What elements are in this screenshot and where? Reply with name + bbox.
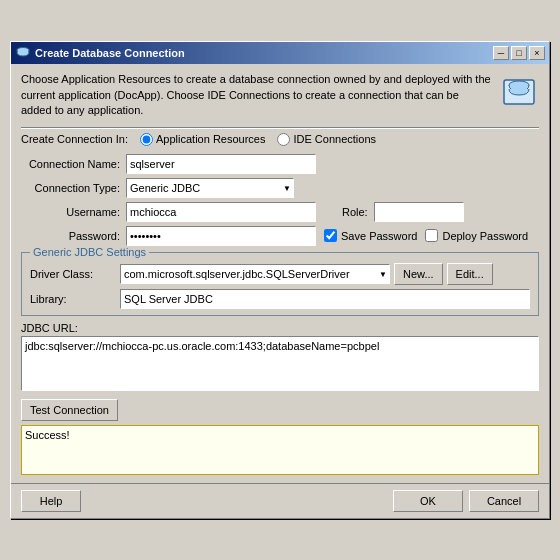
driver-class-select[interactable]: com.microsoft.sqlserver.jdbc.SQLServerDr… <box>120 264 390 284</box>
window-title: Create Database Connection <box>35 47 185 59</box>
jdbc-section-title: Generic JDBC Settings <box>30 246 149 258</box>
cancel-button[interactable]: Cancel <box>469 490 539 512</box>
test-result-box: Success! <box>21 425 539 475</box>
divider-top <box>21 127 539 129</box>
connection-type-field-row: Generic JDBC <box>126 178 539 198</box>
connection-name-input[interactable] <box>126 154 316 174</box>
close-button[interactable]: × <box>529 46 545 60</box>
jdbc-settings-section: Generic JDBC Settings Driver Class: com.… <box>21 252 539 316</box>
password-field-row: Save Password Deploy Password <box>126 226 539 246</box>
connection-type-label: Connection Type: <box>21 182 126 194</box>
help-button[interactable]: Help <box>21 490 81 512</box>
bottom-bar: Help OK Cancel <box>11 483 549 518</box>
jdbc-url-section: JDBC URL: jdbc:sqlserver://mchiocca-pc.u… <box>21 322 539 393</box>
connection-type-select[interactable]: Generic JDBC <box>126 178 294 198</box>
dialog-content: Choose Application Resources to create a… <box>11 64 549 482</box>
save-password-text: Save Password <box>341 230 417 242</box>
deploy-password-checkbox[interactable] <box>425 229 438 242</box>
library-input[interactable] <box>120 289 530 309</box>
role-label: Role: <box>342 206 368 218</box>
radio-app-resources[interactable]: Application Resources <box>140 133 265 146</box>
title-buttons: ─ □ × <box>493 46 545 60</box>
jdbc-url-label: JDBC URL: <box>21 322 539 334</box>
radio-ide-connections-input[interactable] <box>277 133 290 146</box>
window-icon <box>15 45 31 61</box>
test-connection-button[interactable]: Test Connection <box>21 399 118 421</box>
connection-type-wrapper: Generic JDBC <box>126 178 294 198</box>
password-input[interactable] <box>126 226 316 246</box>
library-label: Library: <box>30 293 120 305</box>
database-icon <box>499 72 539 112</box>
main-window: Create Database Connection ─ □ × Choose … <box>10 41 550 518</box>
test-connection-row: Test Connection <box>21 399 539 421</box>
radio-ide-connections[interactable]: IDE Connections <box>277 133 376 146</box>
header-area: Choose Application Resources to create a… <box>21 72 539 118</box>
edit-button[interactable]: Edit... <box>447 263 493 285</box>
radio-ide-connections-label: IDE Connections <box>293 133 376 145</box>
library-field-row <box>120 289 530 309</box>
radio-group: Create Connection In: Application Resour… <box>21 133 539 146</box>
save-password-checkbox[interactable] <box>324 229 337 242</box>
username-input[interactable] <box>126 202 316 222</box>
title-bar-left: Create Database Connection <box>15 45 185 61</box>
driver-class-select-wrapper: com.microsoft.sqlserver.jdbc.SQLServerDr… <box>120 264 390 284</box>
bottom-right-buttons: OK Cancel <box>393 490 539 512</box>
jdbc-grid: Driver Class: com.microsoft.sqlserver.jd… <box>30 263 530 309</box>
jdbc-url-input[interactable]: jdbc:sqlserver://mchiocca-pc.us.oracle.c… <box>21 336 539 391</box>
driver-class-label: Driver Class: <box>30 268 120 280</box>
form-grid: Connection Name: Connection Type: Generi… <box>21 154 539 246</box>
new-button[interactable]: New... <box>394 263 443 285</box>
radio-app-resources-input[interactable] <box>140 133 153 146</box>
test-result-text: Success! <box>25 429 70 441</box>
deploy-password-checkbox-label[interactable]: Deploy Password <box>425 229 528 242</box>
username-label: Username: <box>21 206 126 218</box>
title-bar: Create Database Connection ─ □ × <box>11 42 549 64</box>
save-password-checkbox-label[interactable]: Save Password <box>324 229 417 242</box>
deploy-password-text: Deploy Password <box>442 230 528 242</box>
maximize-button[interactable]: □ <box>511 46 527 60</box>
username-field-row: Role: <box>126 202 539 222</box>
driver-class-row: com.microsoft.sqlserver.jdbc.SQLServerDr… <box>120 263 530 285</box>
connection-name-label: Connection Name: <box>21 158 126 170</box>
minimize-button[interactable]: ─ <box>493 46 509 60</box>
role-input[interactable] <box>374 202 464 222</box>
radio-app-resources-label: Application Resources <box>156 133 265 145</box>
description-text: Choose Application Resources to create a… <box>21 72 491 118</box>
connection-name-field-row <box>126 154 539 174</box>
ok-button[interactable]: OK <box>393 490 463 512</box>
password-label: Password: <box>21 230 126 242</box>
radio-group-label: Create Connection In: <box>21 133 128 145</box>
